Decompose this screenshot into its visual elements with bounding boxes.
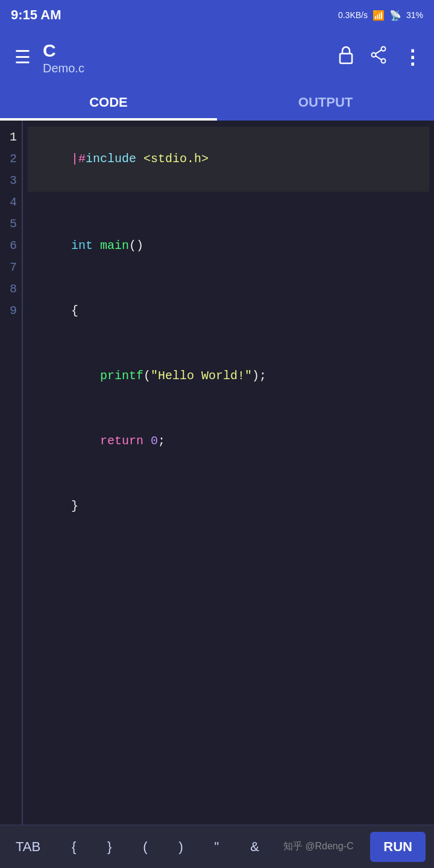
status-bar: 9:15 AM 0.3KB/s 📶 📡 31% [0,0,434,30]
svg-point-1 [382,47,386,51]
share-button[interactable] [368,43,389,72]
line-num-9: 9 [0,300,22,322]
amp-key[interactable]: & [243,834,266,860]
code-area[interactable]: 1 2 3 4 5 6 7 8 9 |#include <stdio.h> in… [0,121,434,825]
watermark: 知乎 @Rdeng-C [283,840,354,853]
battery-icon: 31% [406,10,423,20]
hamburger-button[interactable]: ☰ [10,42,36,74]
code-line-2 [28,192,429,213]
code-line-8 [28,539,429,561]
svg-point-3 [382,59,386,63]
line-num-4: 4 [0,192,22,213]
svg-point-2 [372,53,376,57]
code-line-6: return 0; [28,409,429,474]
status-time: 9:15 AM [11,7,61,23]
close-paren-key[interactable]: ) [171,834,190,860]
line-num-2: 2 [0,148,22,170]
share-icon [370,45,387,64]
app-bar: ☰ C Demo.c ⋮ [0,30,434,84]
line-num-3: 3 [0,170,22,192]
bottom-toolbar: TAB { } ( ) " & 知乎 @Rdeng-C RUN [0,825,434,868]
tab-output[interactable]: OUTPUT [217,84,434,121]
run-button[interactable]: RUN [370,832,426,862]
signal-icon: 📶 [373,10,385,21]
app-language: C [43,40,335,61]
quote-key[interactable]: " [207,834,227,860]
line-num-6: 6 [0,235,22,257]
app-filename: Demo.c [43,61,335,75]
tabs-bar: CODE OUTPUT [0,84,434,121]
line-num-1: 1 [0,127,22,148]
code-line-1: |#include <stdio.h> [28,127,429,192]
app-actions: ⋮ [335,43,424,72]
network-speed: 0.3KB/s [338,10,368,20]
wifi-icon: 📡 [389,10,401,21]
code-line-7: } [28,474,429,539]
tab-key[interactable]: TAB [8,834,48,860]
svg-line-5 [376,56,382,60]
lock-icon [338,45,354,64]
app-title-group: C Demo.c [43,40,335,75]
open-brace-key[interactable]: { [64,834,83,860]
line-num-8: 8 [0,278,22,300]
line-num-7: 7 [0,257,22,278]
code-line-5: printf("Hello World!"); [28,344,429,409]
svg-line-4 [376,50,382,54]
lock-button[interactable] [335,43,357,72]
code-line-4: { [28,278,429,344]
code-line-3: int main() [28,213,429,278]
code-lines[interactable]: |#include <stdio.h> int main() { printf(… [22,121,434,825]
line-num-5: 5 [0,213,22,235]
code-line-9 [28,561,429,582]
svg-rect-0 [340,54,352,63]
more-button[interactable]: ⋮ [400,43,424,71]
status-icons: 0.3KB/s 📶 📡 31% [338,10,423,21]
line-numbers: 1 2 3 4 5 6 7 8 9 [0,121,22,825]
tab-code[interactable]: CODE [0,84,217,121]
open-paren-key[interactable]: ( [136,834,154,860]
close-brace-key[interactable]: } [100,834,119,860]
